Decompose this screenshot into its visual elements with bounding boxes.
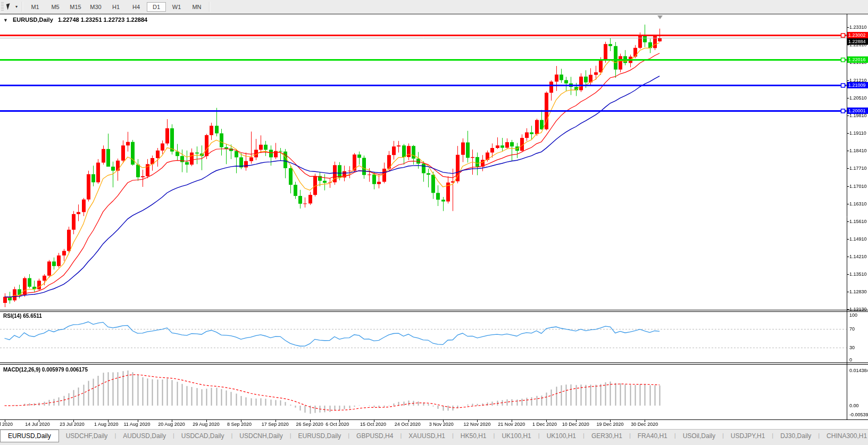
price-axis-label: 1.17010 <box>849 184 867 189</box>
chart-tab-audusd-daily-2[interactable]: AUDUSD,Daily <box>116 430 173 442</box>
chart-tab-usdchf-daily-1[interactable]: USDCHF,Daily <box>59 430 115 442</box>
level-price-tag[interactable]: 1.21009 <box>847 82 868 88</box>
macd-axis-label: 0.014384 <box>849 368 868 373</box>
chart-tab-china300-h1-16[interactable]: CHINA300,H1 <box>820 430 868 442</box>
rsi-axis-label: 70 <box>849 326 855 332</box>
price-axis-label: 1.19110 <box>849 130 866 136</box>
time-axis-label: 10 Dec 2020 <box>562 422 589 427</box>
macd-axis-label: -0.00539 <box>849 412 868 417</box>
toolbar-separator-2 <box>209 2 210 12</box>
chart-tab-hk50-h1-8[interactable]: HK50,H1 <box>454 430 494 442</box>
timeframe-d1-button[interactable]: D1 <box>147 2 166 12</box>
timeframe-mn-button[interactable]: MN <box>187 2 206 12</box>
chart-tab-xauusd-h1-7[interactable]: XAUUSD,H1 <box>402 430 452 442</box>
rsi-axis-label: 100 <box>849 312 857 318</box>
time-axis-label: 24 Oct 2020 <box>395 422 421 427</box>
macd-label: MACD(12,26,9) 0.005979 0.006175 <box>3 367 88 373</box>
time-axis-label: 3 Nov 2020 <box>429 422 454 427</box>
chart-symbol-label: EURUSD,Daily <box>13 17 53 23</box>
cursor-tool-dropdown-icon[interactable]: ▾ <box>15 4 18 9</box>
time-axis-label: 15 Oct 2020 <box>360 422 386 427</box>
time-axis-label: 14 Jul 2020 <box>25 422 50 427</box>
price-axis-label: 1.15610 <box>849 219 867 224</box>
timeframe-buttons: M1M5M15M30H1H4D1W1MN <box>25 2 207 12</box>
time-axis-label: 20 Aug 2020 <box>158 422 185 427</box>
time-axis-label: 12 Nov 2020 <box>463 422 490 427</box>
chart-tab-usdjpy-h1-14[interactable]: USDJPY,H1 <box>724 430 772 442</box>
chart-title: ▼ EURUSD,Daily 1.22748 1.23251 1.22723 1… <box>3 17 147 23</box>
time-axis-label: 29 Aug 2020 <box>193 422 220 427</box>
timeframe-m30-button[interactable]: M30 <box>86 2 105 12</box>
toolbar-grip[interactable] <box>1 2 4 11</box>
chart-tab-eurusd-daily-5[interactable]: EURUSD,Daily <box>291 430 348 442</box>
chart-ohlc-values: 1.22748 1.23251 1.22723 1.22884 <box>58 17 147 23</box>
time-axis-label: 23 Jul 2020 <box>60 422 85 427</box>
chart-tab-bar: EURUSD,DailyUSDCHF,Daily|AUDUSD,Daily|US… <box>0 429 868 445</box>
time-axis-label: 19 Dec 2020 <box>596 422 623 427</box>
level-price-tag[interactable]: 1.23002 <box>847 32 868 38</box>
price-axis-label: 1.16310 <box>849 201 867 207</box>
timeframe-w1-button[interactable]: W1 <box>167 2 186 12</box>
price-chart-canvas[interactable] <box>0 14 868 429</box>
price-axis-label: 1.17710 <box>849 166 867 171</box>
chart-window: ▼ EURUSD,Daily 1.22748 1.23251 1.22723 1… <box>0 14 868 429</box>
time-axis-label: 21 Nov 2020 <box>498 422 525 427</box>
time-axis-label: 17 Sep 2020 <box>262 422 289 427</box>
cursor-tool-icon[interactable] <box>6 3 14 11</box>
current-price-tag: 1.22884 <box>847 38 868 45</box>
time-axis-label: 30 Dec 2020 <box>631 422 658 427</box>
price-axis-label: 1.14210 <box>849 254 867 259</box>
timeframe-m1-button[interactable]: M1 <box>26 2 45 12</box>
level-price-tag[interactable]: 1.20001 <box>847 108 868 114</box>
chart-tab-dj30-daily-15[interactable]: DJ30,Daily <box>773 430 818 442</box>
chart-tab-gbpusd-h4-6[interactable]: GBPUSD,H4 <box>349 430 400 442</box>
chart-tab-fra40-h1-12[interactable]: FRA40,H1 <box>631 430 674 442</box>
top-toolbar: ▾ M1M5M15M30H1H4D1W1MN <box>0 0 868 14</box>
time-axis-label: 11 Aug 2020 <box>124 422 151 427</box>
chart-tab-usdcnh-daily-4[interactable]: USDCNH,Daily <box>232 430 289 442</box>
time-axis-label: 6 Oct 2020 <box>326 422 349 427</box>
chart-tab-usoil-daily-13[interactable]: USOil,Daily <box>676 430 722 442</box>
chart-tab-usdcad-daily-3[interactable]: USDCAD,Daily <box>174 430 231 442</box>
time-axis-label: 1 Dec 2020 <box>532 422 557 427</box>
price-axis-label: 1.14910 <box>849 236 867 242</box>
time-axis-label: 8 Sep 2020 <box>227 422 252 427</box>
rsi-axis-label: 0 <box>849 357 852 362</box>
timeframe-h1-button[interactable]: H1 <box>106 2 126 12</box>
price-axis-label: 1.18410 <box>849 148 867 153</box>
price-axis-label: 1.23310 <box>849 24 867 30</box>
price-axis-label: 1.13510 <box>849 271 867 277</box>
timeframe-m5-button[interactable]: M5 <box>46 2 65 12</box>
timeframe-h4-button[interactable]: H4 <box>127 2 146 12</box>
chart-tab-ger30-h1-11[interactable]: GER30,H1 <box>585 430 629 442</box>
chart-tab-uk100-h1-9[interactable]: UK100,H1 <box>495 430 538 442</box>
price-axis-label: 1.12130 <box>849 307 867 312</box>
chart-tab-uk100-h1-10[interactable]: UK100,H1 <box>540 430 583 442</box>
time-axis-label: 26 Sep 2020 <box>296 422 323 427</box>
chart-collapse-icon[interactable]: ▼ <box>3 18 8 23</box>
level-price-tag[interactable]: 1.22016 <box>847 56 868 63</box>
price-axis-label: 1.20510 <box>849 95 867 101</box>
chart-tab-eurusd-daily-0[interactable]: EURUSD,Daily <box>0 430 59 442</box>
timeframe-m15-button[interactable]: M15 <box>66 2 85 12</box>
rsi-axis-label: 30 <box>849 345 855 350</box>
time-axis-label: 4 Jul 2020 <box>0 422 13 427</box>
rsi-label: RSI(14) 65.6511 <box>3 313 42 319</box>
time-axis-label: 1 Aug 2020 <box>94 422 119 427</box>
toolbar-separator <box>22 2 23 12</box>
price-axis-label: 1.12830 <box>849 289 867 294</box>
macd-axis-label: 0.00 <box>849 403 859 408</box>
